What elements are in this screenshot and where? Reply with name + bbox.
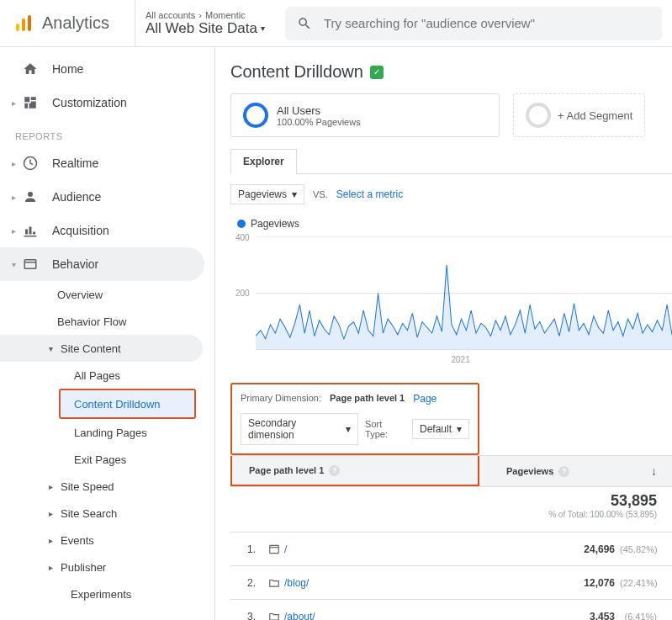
segment-all-users[interactable]: All Users 100.00% Pageviews — [230, 93, 500, 137]
folder-icon — [264, 611, 284, 621]
svg-rect-0 — [16, 24, 19, 31]
search-input[interactable] — [324, 16, 650, 30]
data-table: Page path level 1 ? Pageviews ? ↓ 53,895… — [230, 455, 672, 620]
table-row: 3. /about/ 3,453 (6.41%) — [230, 600, 672, 620]
col-header-path[interactable]: Page path level 1 — [249, 465, 324, 475]
add-segment-button[interactable]: + Add Segment — [513, 93, 645, 137]
nav-site-search[interactable]: ▸Site Search — [0, 500, 214, 527]
vs-label: VS. — [313, 189, 328, 199]
search-bar[interactable] — [285, 7, 662, 40]
sort-arrow-icon[interactable]: ↓ — [651, 464, 657, 478]
breadcrumb: All accounts › Momentic — [146, 10, 265, 20]
nav-behavior-flow[interactable]: Behavior Flow — [0, 308, 214, 335]
row-path-link[interactable]: / — [284, 543, 506, 555]
nav-acquisition[interactable]: ▸ Acquisition — [0, 214, 214, 247]
chart: 400 200 2021 — [230, 236, 672, 364]
table-row: 2. /blog/ 12,076 (22.41%) — [230, 566, 672, 600]
verified-shield-icon: ✓ — [370, 66, 384, 79]
row-percent: (22.41%) — [620, 578, 672, 588]
dimension-controls-highlight: Primary Dimension: Page path level 1 Pag… — [230, 383, 479, 455]
select-metric-link[interactable]: Select a metric — [336, 188, 403, 200]
sort-type-select[interactable]: Default▾ — [412, 419, 469, 439]
caret-down-icon: ▾ — [49, 344, 53, 353]
row-number: 1. — [230, 543, 264, 555]
svg-rect-3 — [24, 260, 36, 269]
row-path-link[interactable]: /blog/ — [284, 577, 506, 589]
primary-dimension-value[interactable]: Page path level 1 — [330, 393, 405, 405]
folder-icon — [264, 577, 284, 589]
highlighted-nav-item: Content Drilldown — [59, 389, 196, 419]
nav-landing-pages[interactable]: Landing Pages — [0, 419, 214, 446]
row-number: 3. — [230, 611, 264, 621]
sidebar: Home ▸ Customization REPORTS ▸ Realtime … — [0, 47, 215, 620]
chart-legend: Pageviews — [230, 215, 672, 236]
total-pageviews: 53,895 — [506, 492, 657, 510]
acquisition-icon — [22, 222, 39, 239]
row-percent: (6.41%) — [620, 612, 672, 621]
person-icon — [22, 188, 39, 205]
nav-site-speed[interactable]: ▸Site Speed — [0, 473, 214, 500]
nav-all-pages[interactable]: All Pages — [0, 362, 214, 389]
tab-explorer[interactable]: Explorer — [230, 149, 297, 174]
row-number: 2. — [230, 577, 264, 589]
page-icon — [264, 543, 284, 555]
nav-exit-pages[interactable]: Exit Pages — [0, 446, 214, 473]
main-content: Content Drilldown ✓ All Users 100.00% Pa… — [215, 47, 672, 620]
home-icon — [22, 61, 39, 77]
col-header-pageviews[interactable]: Pageviews — [506, 466, 553, 476]
row-value: 3,453 — [506, 611, 620, 621]
nav-home[interactable]: Home — [0, 52, 214, 86]
clock-icon — [22, 155, 39, 172]
reports-section-label: REPORTS — [0, 119, 214, 146]
help-icon[interactable]: ? — [558, 466, 569, 477]
row-value: 12,076 — [506, 577, 620, 589]
analytics-logo-icon — [13, 13, 34, 34]
nav-customization[interactable]: ▸ Customization — [0, 86, 214, 119]
page-title: Content Drilldown ✓ — [230, 62, 672, 82]
nav-content-drilldown[interactable]: Content Drilldown — [61, 390, 194, 417]
table-row: 1. / 24,696 (45.82%) — [230, 533, 672, 566]
nav-publisher[interactable]: ▸Publisher — [0, 554, 214, 580]
svg-rect-1 — [22, 19, 25, 31]
account-switcher[interactable]: All accounts › Momentic All Web Site Dat… — [135, 0, 275, 46]
dashboard-icon — [22, 94, 39, 111]
svg-rect-2 — [28, 15, 31, 31]
product-name: Analytics — [42, 13, 109, 33]
segment-circle-empty-icon — [526, 103, 551, 128]
row-value: 24,696 — [506, 543, 620, 555]
row-path-link[interactable]: /about/ — [284, 611, 506, 621]
dimension-page-link[interactable]: Page — [413, 393, 437, 405]
help-icon[interactable]: ? — [329, 465, 340, 476]
total-pageviews-sub: % of Total: 100.00% (53,895) — [506, 510, 657, 519]
legend-dot-icon — [237, 220, 246, 228]
nav-overview[interactable]: Overview — [0, 281, 214, 308]
product-logo[interactable]: Analytics — [0, 13, 135, 34]
row-percent: (45.82%) — [620, 544, 672, 554]
search-icon — [297, 16, 312, 31]
metric-select[interactable]: Pageviews▾ — [230, 184, 304, 204]
nav-realtime[interactable]: ▸ Realtime — [0, 146, 214, 180]
nav-behavior[interactable]: ▾ Behavior — [0, 247, 204, 281]
svg-rect-8 — [270, 545, 279, 553]
secondary-dimension-select[interactable]: Secondary dimension▾ — [241, 413, 358, 445]
nav-site-content[interactable]: ▾ Site Content — [0, 335, 203, 362]
primary-dimension-label: Primary Dimension: — [241, 393, 321, 405]
nav-audience[interactable]: ▸ Audience — [0, 180, 214, 214]
view-name: All Web Site Data — [146, 20, 265, 37]
segment-circle-icon — [243, 103, 268, 128]
nav-events[interactable]: ▸Events — [0, 527, 214, 554]
sort-type-label: Sort Type: — [365, 419, 405, 439]
behavior-icon — [22, 256, 39, 273]
nav-experiments[interactable]: Experiments — [0, 580, 214, 607]
